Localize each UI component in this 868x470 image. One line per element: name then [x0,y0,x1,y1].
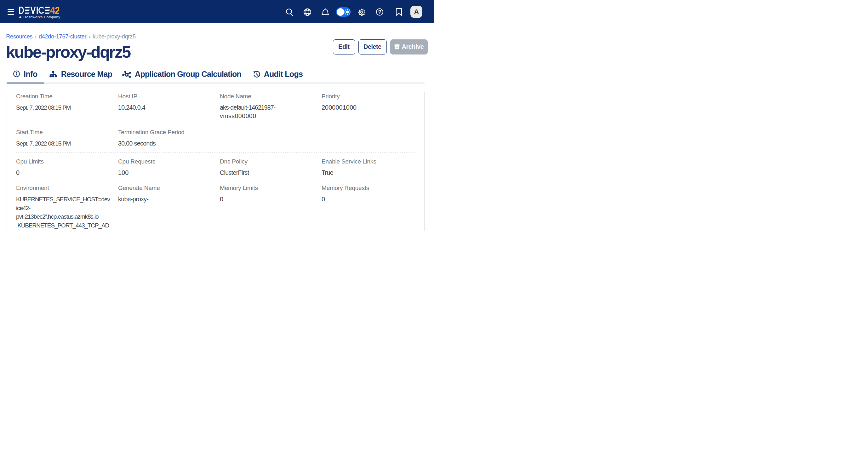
svg-text:42: 42 [50,7,59,15]
